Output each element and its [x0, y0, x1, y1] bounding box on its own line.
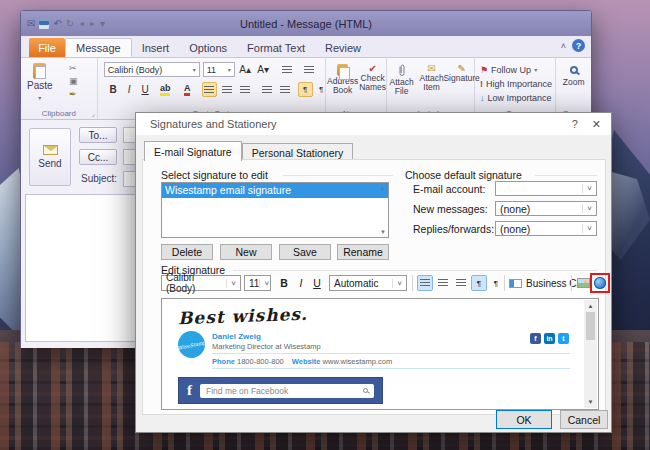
signature-listbox[interactable]: Wisestamp email signature ▲ ▼ [161, 182, 389, 238]
check-names-button[interactable]: ✔ Check Names [358, 60, 388, 92]
ribbon-group-names: Address Book ✔ Check Names Names [326, 58, 387, 119]
highlight-color-icon[interactable]: ab [158, 82, 173, 97]
zoom-button[interactable]: Zoom [559, 62, 589, 87]
minimize-ribbon-icon[interactable]: ˄ [561, 41, 566, 51]
italic-button[interactable]: I [122, 82, 137, 97]
tab-file[interactable]: File [29, 38, 65, 57]
signature-preview[interactable]: ▲ ▼ Best wishes. WiseStamp Daniel Zweig … [161, 298, 599, 410]
new-button[interactable]: New [220, 244, 272, 260]
attach-file-button[interactable]: Attach File [387, 60, 417, 96]
dialog-title-bar[interactable]: Signatures and Stationery ? ✕ [136, 113, 611, 135]
replies-forwards-combo[interactable]: (none) [495, 221, 597, 236]
help-icon[interactable]: ? [572, 39, 585, 52]
font-size-combo[interactable]: 11 [203, 62, 235, 77]
paste-button[interactable]: Paste ▾ [27, 63, 53, 104]
signature-list-item[interactable]: Wisestamp email signature [162, 183, 388, 198]
linkedin-icon[interactable]: in [544, 333, 555, 344]
paste-dropdown-icon[interactable]: ▾ [38, 92, 41, 104]
facebook-banner-box[interactable]: Find me on Facebook [200, 384, 374, 398]
tab-email-signature[interactable]: E-mail Signature [144, 141, 242, 161]
listbox-scroll-up-icon[interactable]: ▲ [380, 185, 386, 191]
website-value[interactable]: www.wisestamp.com [323, 357, 393, 366]
send-button[interactable]: Send [29, 128, 71, 186]
facebook-icon[interactable]: f [530, 333, 541, 344]
cc-button[interactable]: Cc... [79, 149, 117, 165]
numbering-icon[interactable] [302, 62, 317, 77]
insert-picture-icon[interactable] [575, 275, 591, 291]
to-button[interactable]: To... [79, 127, 117, 143]
phone-label: Phone [212, 357, 235, 366]
tab-insert[interactable]: Insert [132, 38, 180, 57]
align-left-icon[interactable] [202, 82, 217, 97]
underline-button[interactable]: U [138, 82, 153, 97]
shrink-font-icon[interactable]: A▾ [256, 62, 271, 77]
ribbon-group-basic-text: Calibri (Body) 11 A▴ A▾ B I U ab A [98, 58, 326, 119]
tab-options[interactable]: Options [179, 38, 237, 57]
signature-button[interactable]: ✎ Signature [447, 60, 477, 83]
address-book-button[interactable]: Address Book [328, 60, 358, 95]
new-messages-combo[interactable]: (none) [495, 201, 597, 216]
delete-button[interactable]: Delete [161, 244, 213, 260]
rename-button[interactable]: Rename [337, 244, 389, 260]
edit-align-center-icon[interactable] [435, 275, 451, 291]
facebook-banner[interactable]: f Find me on Facebook [178, 377, 383, 404]
window-title: Untitled - Message (HTML) [21, 18, 591, 30]
scroll-thumb[interactable] [586, 312, 595, 340]
edit-ltr-icon[interactable]: ¶ [471, 275, 487, 291]
wisestamp-logo: WiseStamp [175, 328, 207, 360]
twitter-icon[interactable]: t [558, 333, 569, 344]
increase-indent-icon[interactable] [278, 82, 293, 97]
signatures-dialog: Signatures and Stationery ? ✕ E-mail Sig… [135, 112, 612, 433]
format-painter-icon[interactable]: ✒ [69, 89, 77, 100]
follow-up-flag-icon: ⚑ [480, 65, 488, 75]
edit-underline-button[interactable]: U [309, 275, 325, 291]
cancel-button[interactable]: Cancel [560, 410, 608, 429]
edit-align-left-icon[interactable] [417, 275, 433, 291]
insert-hyperlink-icon[interactable] [594, 277, 606, 289]
listbox-scroll-down-icon[interactable]: ▼ [380, 229, 386, 235]
font-name-combo[interactable]: Calibri (Body) [104, 62, 200, 77]
email-account-combo[interactable] [495, 181, 597, 196]
cut-icon[interactable]: ✂ [69, 63, 77, 74]
edit-rtl-icon[interactable]: ¶ [488, 275, 504, 291]
ltr-direction-icon[interactable]: ¶ [298, 82, 313, 97]
scroll-up-icon[interactable]: ▲ [588, 300, 594, 312]
decrease-indent-icon[interactable] [260, 82, 275, 97]
attach-item-button[interactable]: ✉ Attach Item [417, 60, 447, 92]
dialog-tabs: E-mail Signature Personal Stationery [144, 141, 353, 161]
signature-role: Marketing Director at Wisestamp [212, 342, 321, 351]
dialog-help-icon[interactable]: ? [572, 118, 578, 131]
font-color-combo[interactable]: Automatic [329, 275, 407, 291]
high-importance-button[interactable]: ! High Importance [480, 77, 552, 90]
business-card-icon [509, 279, 522, 288]
save-button[interactable]: Save [279, 244, 331, 260]
edit-align-right-icon[interactable] [453, 275, 469, 291]
tab-format-text[interactable]: Format Text [237, 38, 315, 57]
edit-font-combo[interactable]: Calibri (Body) [161, 275, 241, 291]
edit-italic-button[interactable]: I [293, 275, 309, 291]
toolbar-separator-3 [571, 275, 572, 291]
dialog-close-icon[interactable]: ✕ [592, 118, 601, 131]
website-label: Website [292, 357, 321, 366]
font-color-icon[interactable]: A [180, 82, 195, 97]
align-center-icon[interactable] [220, 82, 235, 97]
low-importance-button[interactable]: ↓ Low Importance [480, 91, 552, 104]
tab-review[interactable]: Review [315, 38, 371, 57]
ribbon: Paste ▾ ✂ ▣ ✒ Clipboard Calibri (Body) 1… [21, 58, 591, 120]
follow-up-button[interactable]: ⚑ Follow Up ▾ [480, 63, 537, 76]
signature-divider-top [212, 353, 570, 354]
bullets-icon[interactable] [280, 62, 295, 77]
tab-message[interactable]: Message [65, 38, 132, 57]
edit-size-combo[interactable]: 11 [244, 275, 271, 291]
align-right-icon[interactable] [238, 82, 253, 97]
title-bar[interactable]: ✉ ↶ ↻ ◄ ► ▾ Untitled - Message (HTML) [21, 11, 591, 36]
bold-button[interactable]: B [106, 82, 121, 97]
follow-up-dropdown-icon: ▾ [534, 64, 537, 76]
scroll-down-icon[interactable]: ▼ [588, 396, 594, 408]
new-messages-label: New messages: [413, 203, 488, 215]
copy-icon[interactable]: ▣ [69, 76, 78, 87]
grow-font-icon[interactable]: A▴ [238, 62, 253, 77]
ok-button[interactable]: OK [496, 410, 552, 429]
edit-bold-button[interactable]: B [276, 275, 292, 291]
preview-scrollbar[interactable]: ▲ ▼ [584, 300, 597, 408]
